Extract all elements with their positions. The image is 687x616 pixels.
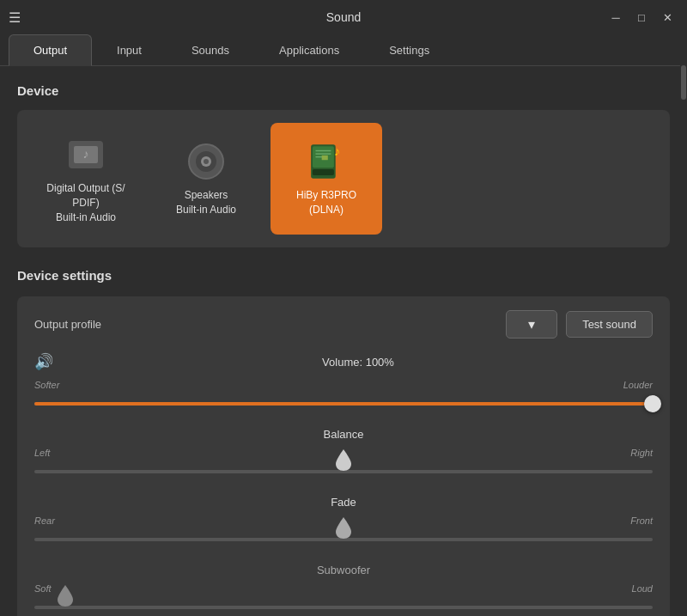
balance-section: Balance Left Right xyxy=(34,428,653,482)
main-window: ☰ Sound ─ □ ✕ Output Input Sounds Applic… xyxy=(0,0,687,616)
volume-icon: 🔊 xyxy=(34,352,53,371)
scrollbar[interactable] xyxy=(680,34,687,616)
subwoofer-section: Subwoofer Soft Loud xyxy=(34,564,653,616)
digital-output-icon: ♪ xyxy=(64,133,107,176)
volume-thumb[interactable] xyxy=(644,395,661,412)
window-title: Sound xyxy=(326,10,361,24)
svg-rect-12 xyxy=(322,156,328,160)
device-settings-box: Output profile ▾ Test sound 🔊 Volume: 10… xyxy=(17,296,670,616)
fade-title: Fade xyxy=(34,496,653,509)
balance-title: Balance xyxy=(34,428,653,441)
svg-rect-14 xyxy=(313,169,334,175)
subwoofer-thumb[interactable] xyxy=(56,583,75,611)
hamburger-icon[interactable]: ☰ xyxy=(9,9,21,26)
svg-text:♪: ♪ xyxy=(334,144,340,158)
front-label: Front xyxy=(630,515,653,526)
tab-applications[interactable]: Applications xyxy=(254,34,364,66)
titlebar-left: ☰ xyxy=(9,9,21,26)
volume-fill xyxy=(34,402,653,406)
volume-slider[interactable] xyxy=(34,393,653,414)
subwoofer-labels: Soft Loud xyxy=(34,583,653,594)
speakers-label: Speakers Built-in Audio xyxy=(176,188,236,217)
device-digital-output[interactable]: ♪ Digital Output (S/ PDIF) Built-in Audi… xyxy=(30,123,142,235)
left-label: Left xyxy=(34,448,50,458)
subwoofer-slider[interactable] xyxy=(34,597,653,616)
tab-bar: Output Input Sounds Applications Setting… xyxy=(0,34,687,66)
svg-text:♪: ♪ xyxy=(83,147,89,161)
output-profile-dropdown[interactable]: ▾ xyxy=(506,310,557,338)
volume-row: 🔊 Volume: 100% xyxy=(34,352,653,371)
speakers-icon xyxy=(185,140,228,183)
svg-point-6 xyxy=(204,159,209,164)
subwoofer-track xyxy=(34,606,653,609)
volume-label: Volume: 100% xyxy=(64,356,653,369)
hiby-label: HiBy R3PRO (DLNA) xyxy=(296,188,356,217)
rear-label: Rear xyxy=(34,515,55,526)
loud-label: Loud xyxy=(632,583,653,594)
titlebar-controls: ─ □ ✕ xyxy=(605,6,678,28)
minimize-button[interactable]: ─ xyxy=(605,6,627,28)
close-button[interactable]: ✕ xyxy=(656,6,678,28)
right-label: Right xyxy=(630,448,653,458)
chevron-down-icon: ▾ xyxy=(528,316,535,332)
tab-sounds[interactable]: Sounds xyxy=(167,34,254,66)
louder-label: Louder xyxy=(623,380,653,390)
volume-track xyxy=(34,402,653,406)
device-settings-title: Device settings xyxy=(17,268,670,283)
titlebar: ☰ Sound ─ □ ✕ xyxy=(0,0,687,34)
volume-slider-container: Softer Louder xyxy=(34,380,653,414)
balance-slider[interactable] xyxy=(34,461,653,482)
device-speakers[interactable]: Speakers Built-in Audio xyxy=(150,123,262,235)
content-area: Device ♪ Digital Output (S/ PDIF) Built-… xyxy=(0,66,687,616)
tab-input[interactable]: Input xyxy=(92,34,167,66)
output-profile-label: Output profile xyxy=(34,318,497,331)
tab-settings[interactable]: Settings xyxy=(364,34,454,66)
device-hiby[interactable]: ♪ HiBy R3PRO (DLNA) xyxy=(271,123,382,235)
tab-output[interactable]: Output xyxy=(9,34,92,66)
softer-label: Softer xyxy=(34,380,59,390)
subwoofer-title: Subwoofer xyxy=(34,564,653,576)
soft-label: Soft xyxy=(34,583,52,594)
fade-track xyxy=(34,538,653,541)
fade-thumb[interactable] xyxy=(334,515,353,543)
device-grid: ♪ Digital Output (S/ PDIF) Built-in Audi… xyxy=(17,110,670,247)
output-profile-row: Output profile ▾ Test sound xyxy=(34,310,653,338)
hiby-icon: ♪ xyxy=(305,140,348,183)
test-sound-button[interactable]: Test sound xyxy=(566,311,653,338)
balance-track xyxy=(34,470,653,473)
device-section-title: Device xyxy=(17,83,670,98)
fade-slider[interactable] xyxy=(34,529,653,550)
scrollbar-thumb[interactable] xyxy=(681,65,686,100)
volume-slider-labels: Softer Louder xyxy=(34,380,653,390)
maximize-button[interactable]: □ xyxy=(630,6,653,28)
digital-output-label: Digital Output (S/ PDIF) Built-in Audio xyxy=(46,181,125,224)
fade-section: Fade Rear Front xyxy=(34,496,653,550)
balance-thumb[interactable] xyxy=(334,448,353,475)
